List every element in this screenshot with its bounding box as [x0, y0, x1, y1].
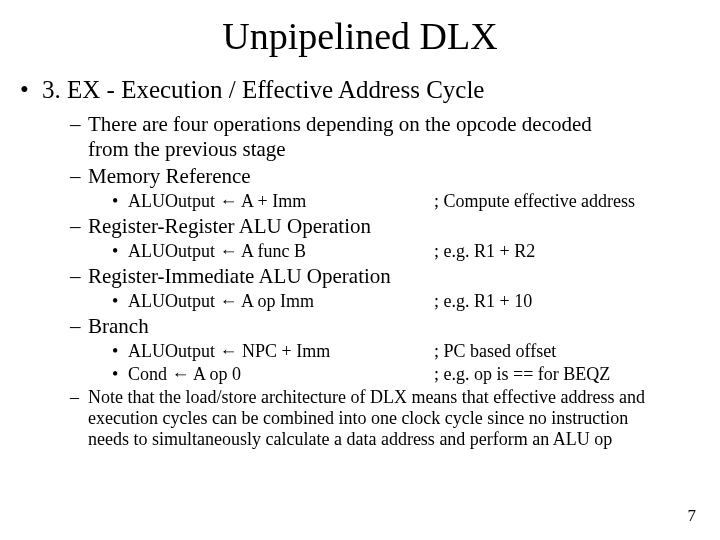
outline: •3. EX - Execution / Effective Address C…: [20, 76, 700, 450]
bullet-icon: •: [112, 364, 128, 385]
op-row: •ALUOutput ← A + Imm ; Compute effective…: [112, 191, 700, 212]
slide-title: Unpipelined DLX: [20, 14, 700, 58]
main-heading: 3. EX - Execution / Effective Address Cy…: [42, 76, 484, 103]
intro-line1: There are four operations depending on t…: [88, 112, 592, 136]
intro-item: –There are four operations depending on …: [70, 112, 700, 162]
note-item: –Note that the load/store architecture o…: [70, 387, 700, 450]
dash-icon: –: [70, 314, 88, 339]
section-memory-ref: –Memory Reference: [70, 164, 700, 189]
dash-icon: –: [70, 214, 88, 239]
op-row: •Cond ← A op 0 ; e.g. op is == for BEQZ: [112, 364, 700, 385]
op-row: •ALUOutput ← A func B ; e.g. R1 + R2: [112, 241, 700, 262]
bullet-icon: •: [112, 291, 128, 312]
section-branch: –Branch: [70, 314, 700, 339]
main-bullet: •3. EX - Execution / Effective Address C…: [20, 76, 700, 104]
section-reg-reg: –Register-Register ALU Operation: [70, 214, 700, 239]
dash-icon: –: [70, 112, 88, 137]
dash-icon: –: [70, 164, 88, 189]
dash-icon: –: [70, 387, 88, 408]
bullet-icon: •: [112, 191, 128, 212]
bullet-icon: •: [112, 241, 128, 262]
op-row: •ALUOutput ← NPC + Imm ; PC based offset: [112, 341, 700, 362]
slide: Unpipelined DLX •3. EX - Execution / Eff…: [0, 0, 720, 540]
section-reg-imm: –Register-Immediate ALU Operation: [70, 264, 700, 289]
intro-line2: from the previous stage: [70, 137, 700, 162]
dash-icon: –: [70, 264, 88, 289]
op-row: •ALUOutput ← A op Imm ; e.g. R1 + 10: [112, 291, 700, 312]
page-number: 7: [688, 506, 697, 526]
bullet-icon: •: [20, 76, 42, 104]
bullet-icon: •: [112, 341, 128, 362]
